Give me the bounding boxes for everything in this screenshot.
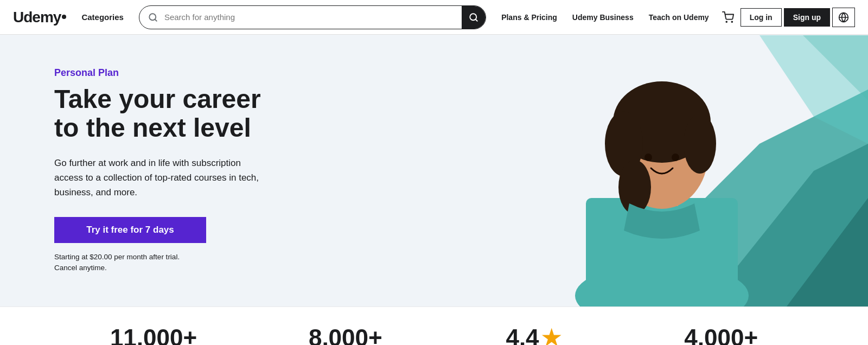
header: Udemy Categories Plans & Pricing Udemy B…	[0, 0, 868, 35]
nav-links: Plans & Pricing Udemy Business Teach on …	[495, 7, 855, 28]
stat-instructors: 4,000+ top instructors	[684, 324, 758, 345]
star-icon: ★	[541, 327, 561, 345]
logo-text: Udemy	[13, 9, 61, 26]
hero-person-illustration	[553, 35, 770, 306]
shopping-cart-button[interactable]	[718, 7, 738, 28]
try-free-button[interactable]: Try it free for 7 days	[54, 217, 206, 243]
svg-line-1	[155, 19, 156, 21]
svg-point-5	[731, 21, 732, 22]
search-submit-button[interactable]	[462, 5, 486, 29]
hero-content: Personal Plan Take your career to the ne…	[0, 35, 304, 306]
hero-section: Personal Plan Take your career to the ne…	[0, 35, 868, 306]
language-button[interactable]	[832, 8, 855, 27]
trial-info: Starting at $20.00 per month after trial…	[54, 252, 271, 274]
stat-courses: 11,000+ on-demand courses	[110, 324, 197, 345]
trial-info-line1: Starting at $20.00 per month after trial…	[54, 253, 180, 261]
categories-button[interactable]: Categories	[75, 8, 130, 26]
personal-plan-label: Personal Plan	[54, 67, 271, 79]
svg-line-3	[476, 19, 477, 21]
hero-title: Take your career to the next level	[54, 85, 271, 143]
login-button[interactable]: Log in	[741, 8, 782, 27]
search-form	[139, 5, 486, 29]
hero-title-line1: Take your career	[54, 85, 261, 113]
trial-info-line2: Cancel anytime.	[54, 264, 107, 272]
hero-description: Go further at work and in life with subs…	[54, 156, 271, 200]
svg-point-22	[672, 154, 679, 161]
logo-dot	[62, 15, 66, 19]
hero-title-line2: to the next level	[54, 113, 251, 142]
stat-exercises: 8,000+ practice exercises	[309, 324, 382, 345]
stat-courses-number: 11,000+	[110, 324, 197, 345]
svg-point-19	[684, 114, 716, 174]
stat-rating: 4.4 ★ average course rating	[494, 324, 572, 345]
signup-button[interactable]: Sign up	[784, 8, 830, 27]
search-input[interactable]	[164, 12, 462, 22]
stat-instructors-number: 4,000+	[684, 324, 758, 345]
teach-link[interactable]: Teach on Udemy	[642, 9, 716, 26]
plans-pricing-link[interactable]: Plans & Pricing	[495, 9, 564, 26]
udemy-business-link[interactable]: Udemy Business	[566, 9, 640, 26]
hero-image-area	[304, 35, 868, 306]
stat-exercises-number: 8,000+	[309, 324, 382, 345]
svg-point-4	[726, 21, 727, 22]
stat-rating-number: 4.4 ★	[506, 324, 560, 345]
svg-point-21	[644, 154, 652, 161]
logo-link[interactable]: Udemy	[13, 9, 66, 26]
search-icon	[139, 12, 164, 22]
stats-bar: 11,000+ on-demand courses 8,000+ practic…	[0, 306, 868, 345]
